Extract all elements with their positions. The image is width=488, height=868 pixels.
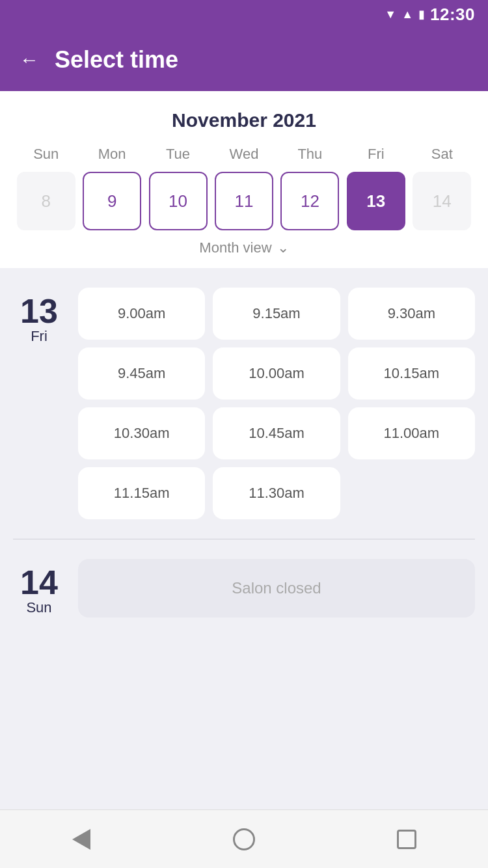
time-slot-1000am[interactable]: 10.00am — [213, 347, 340, 400]
recents-square-icon — [397, 830, 416, 849]
weekday-sat: Sat — [413, 146, 471, 163]
page-title: Select time — [55, 46, 178, 74]
date-cell-10[interactable]: 10 — [149, 172, 208, 230]
back-triangle-icon — [72, 829, 90, 850]
battery-icon: ▮ — [418, 7, 425, 21]
time-slot-945am[interactable]: 9.45am — [78, 347, 205, 400]
signal-icon: ▲ — [401, 8, 413, 21]
day-divider — [13, 539, 475, 539]
time-slot-930am[interactable]: 9.30am — [348, 288, 475, 340]
nav-recents-button[interactable] — [390, 823, 423, 856]
nav-back-button[interactable] — [65, 823, 98, 856]
nav-home-button[interactable] — [228, 823, 260, 856]
weekday-mon: Mon — [83, 146, 141, 163]
day-name-13: Fri — [31, 328, 47, 345]
day-block-13: 13 Fri 9.00am 9.15am 9.30am 9.45am 10.00… — [13, 288, 475, 519]
status-bar: ▼ ▲ ▮ 12:30 — [0, 0, 488, 29]
salon-closed-message: Salon closed — [78, 559, 475, 617]
time-slot-1115am[interactable]: 11.15am — [78, 467, 205, 519]
calendar-section: November 2021 Sun Mon Tue Wed Thu Fri Sa… — [0, 91, 488, 268]
month-view-toggle[interactable]: Month view ⌄ — [13, 239, 475, 256]
date-cell-14[interactable]: 14 — [413, 172, 471, 230]
date-cell-12[interactable]: 12 — [280, 172, 339, 230]
time-slot-900am[interactable]: 9.00am — [78, 288, 205, 340]
status-time: 12:30 — [430, 5, 475, 25]
day-label-13: 13 Fri — [13, 288, 65, 519]
day-number-13: 13 — [20, 294, 58, 328]
time-slot-1130am[interactable]: 11.30am — [213, 467, 340, 519]
time-slot-1015am[interactable]: 10.15am — [348, 347, 475, 400]
time-slot-915am[interactable]: 9.15am — [213, 288, 340, 340]
month-year-label: November 2021 — [13, 109, 475, 131]
date-cell-11[interactable]: 11 — [215, 172, 273, 230]
bottom-nav — [0, 809, 488, 868]
date-cell-8[interactable]: 8 — [17, 172, 75, 230]
time-slots-grid-13: 9.00am 9.15am 9.30am 9.45am 10.00am 10.1… — [78, 288, 475, 519]
month-view-label: Month view — [199, 239, 271, 256]
time-slot-1045am[interactable]: 10.45am — [213, 407, 340, 459]
status-icons: ▼ ▲ ▮ 12:30 — [385, 5, 475, 25]
back-arrow-icon: ← — [20, 49, 39, 71]
closed-slots-14: Salon closed — [78, 559, 475, 617]
weekday-wed: Wed — [215, 146, 273, 163]
chevron-down-icon: ⌄ — [277, 239, 289, 256]
day-label-14: 14 Sun — [13, 559, 65, 617]
time-slot-1030am[interactable]: 10.30am — [78, 407, 205, 459]
wifi-icon: ▼ — [385, 8, 396, 21]
dates-row: 8 9 10 11 12 13 14 — [13, 172, 475, 230]
date-cell-13[interactable]: 13 — [347, 172, 405, 230]
day-number-14: 14 — [20, 565, 58, 599]
back-button[interactable]: ← — [20, 49, 39, 71]
header: ← Select time — [0, 29, 488, 91]
home-circle-icon — [233, 828, 255, 850]
day-name-14: Sun — [26, 599, 51, 616]
day-block-14: 14 Sun Salon closed — [13, 559, 475, 617]
schedule-section: 13 Fri 9.00am 9.15am 9.30am 9.45am 10.00… — [0, 268, 488, 809]
weekdays-row: Sun Mon Tue Wed Thu Fri Sat — [13, 146, 475, 163]
weekday-thu: Thu — [280, 146, 339, 163]
weekday-tue: Tue — [149, 146, 208, 163]
date-cell-9[interactable]: 9 — [83, 172, 141, 230]
weekday-sun: Sun — [17, 146, 75, 163]
weekday-fri: Fri — [347, 146, 405, 163]
time-slot-1100am[interactable]: 11.00am — [348, 407, 475, 459]
